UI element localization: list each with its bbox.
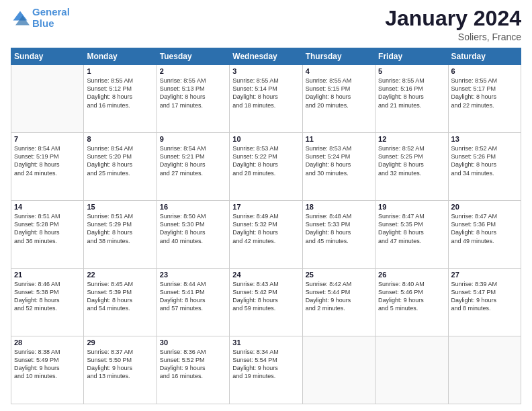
calendar-cell: 3Sunrise: 8:55 AM Sunset: 5:14 PM Daylig… [230,65,302,133]
day-info: Sunrise: 8:47 AM Sunset: 5:35 PM Dayligh… [378,212,445,245]
day-number: 9 [160,135,226,143]
calendar-week-5: 28Sunrise: 8:38 AM Sunset: 5:49 PM Dayli… [11,336,521,404]
calendar-cell: 1Sunrise: 8:55 AM Sunset: 5:12 PM Daylig… [84,65,157,133]
col-tuesday: Tuesday [157,48,229,65]
day-number: 3 [232,67,299,75]
day-info: Sunrise: 8:43 AM Sunset: 5:42 PM Dayligh… [232,280,299,313]
day-number: 25 [306,271,372,279]
calendar-cell [448,336,521,404]
calendar-cell: 18Sunrise: 8:48 AM Sunset: 5:33 PM Dayli… [302,201,375,269]
col-thursday: Thursday [302,48,375,65]
day-number: 11 [306,135,372,143]
calendar-cell: 31Sunrise: 8:34 AM Sunset: 5:54 PM Dayli… [230,336,302,404]
col-sunday: Sunday [11,48,84,65]
subtitle: Soliers, France [385,32,521,42]
calendar-table: Sunday Monday Tuesday Wednesday Thursday… [11,48,521,404]
day-number: 22 [87,271,153,279]
calendar-cell: 17Sunrise: 8:49 AM Sunset: 5:32 PM Dayli… [230,201,302,269]
calendar-cell: 24Sunrise: 8:43 AM Sunset: 5:42 PM Dayli… [230,269,302,336]
day-info: Sunrise: 8:46 AM Sunset: 5:38 PM Dayligh… [14,280,81,313]
calendar-cell: 4Sunrise: 8:55 AM Sunset: 5:15 PM Daylig… [302,65,375,133]
logo-text: General Blue [32,7,70,29]
day-info: Sunrise: 8:50 AM Sunset: 5:30 PM Dayligh… [160,212,226,245]
col-saturday: Saturday [448,48,521,65]
col-monday: Monday [84,48,157,65]
title-area: January 2024 Soliers, France [385,7,521,42]
day-number: 12 [378,135,445,143]
day-number: 29 [87,338,153,347]
day-info: Sunrise: 8:45 AM Sunset: 5:39 PM Dayligh… [87,280,153,313]
calendar-cell: 20Sunrise: 8:47 AM Sunset: 5:36 PM Dayli… [448,201,521,269]
calendar-cell: 7Sunrise: 8:54 AM Sunset: 5:19 PM Daylig… [11,133,84,201]
logo-icon [11,9,30,28]
day-info: Sunrise: 8:53 AM Sunset: 5:22 PM Dayligh… [232,144,299,177]
calendar-cell [11,65,84,133]
calendar-week-2: 7Sunrise: 8:54 AM Sunset: 5:19 PM Daylig… [11,133,521,201]
day-info: Sunrise: 8:38 AM Sunset: 5:49 PM Dayligh… [14,348,81,381]
day-info: Sunrise: 8:55 AM Sunset: 5:17 PM Dayligh… [451,77,518,109]
calendar-cell [375,336,448,404]
calendar-cell: 29Sunrise: 8:37 AM Sunset: 5:50 PM Dayli… [84,336,157,404]
calendar-cell: 9Sunrise: 8:54 AM Sunset: 5:21 PM Daylig… [157,133,229,201]
day-info: Sunrise: 8:52 AM Sunset: 5:26 PM Dayligh… [451,144,518,177]
day-number: 10 [232,135,299,143]
day-info: Sunrise: 8:55 AM Sunset: 5:13 PM Dayligh… [160,77,226,109]
day-info: Sunrise: 8:47 AM Sunset: 5:36 PM Dayligh… [451,212,518,245]
day-number: 28 [14,338,81,347]
day-number: 2 [160,67,226,75]
day-info: Sunrise: 8:54 AM Sunset: 5:20 PM Dayligh… [87,144,153,177]
day-info: Sunrise: 8:52 AM Sunset: 5:25 PM Dayligh… [378,144,445,177]
day-number: 31 [232,338,299,347]
page: General Blue January 2024 Soliers, Franc… [0,0,532,411]
day-info: Sunrise: 8:54 AM Sunset: 5:21 PM Dayligh… [160,144,226,177]
col-wednesday: Wednesday [230,48,302,65]
day-info: Sunrise: 8:55 AM Sunset: 5:12 PM Dayligh… [87,77,153,109]
calendar-cell: 10Sunrise: 8:53 AM Sunset: 5:22 PM Dayli… [230,133,302,201]
day-number: 14 [14,203,81,211]
calendar-cell: 25Sunrise: 8:42 AM Sunset: 5:44 PM Dayli… [302,269,375,336]
calendar-cell: 23Sunrise: 8:44 AM Sunset: 5:41 PM Dayli… [157,269,229,336]
col-friday: Friday [375,48,448,65]
day-number: 30 [160,338,226,347]
day-number: 17 [232,203,299,211]
day-info: Sunrise: 8:44 AM Sunset: 5:41 PM Dayligh… [160,280,226,313]
day-number: 1 [87,67,153,75]
day-info: Sunrise: 8:55 AM Sunset: 5:14 PM Dayligh… [232,77,299,109]
day-number: 26 [378,271,445,279]
day-number: 13 [451,135,518,143]
day-number: 4 [306,67,372,75]
day-info: Sunrise: 8:37 AM Sunset: 5:50 PM Dayligh… [87,348,153,381]
calendar-header-row: Sunday Monday Tuesday Wednesday Thursday… [11,48,521,65]
day-info: Sunrise: 8:34 AM Sunset: 5:54 PM Dayligh… [232,348,299,381]
header: General Blue January 2024 Soliers, Franc… [11,7,521,42]
day-number: 16 [160,203,226,211]
calendar-cell: 22Sunrise: 8:45 AM Sunset: 5:39 PM Dayli… [84,269,157,336]
calendar-cell: 11Sunrise: 8:53 AM Sunset: 5:24 PM Dayli… [302,133,375,201]
day-number: 23 [160,271,226,279]
calendar-cell: 16Sunrise: 8:50 AM Sunset: 5:30 PM Dayli… [157,201,229,269]
day-info: Sunrise: 8:51 AM Sunset: 5:29 PM Dayligh… [87,212,153,245]
calendar-cell: 15Sunrise: 8:51 AM Sunset: 5:29 PM Dayli… [84,201,157,269]
day-info: Sunrise: 8:48 AM Sunset: 5:33 PM Dayligh… [306,212,372,245]
calendar-cell: 21Sunrise: 8:46 AM Sunset: 5:38 PM Dayli… [11,269,84,336]
day-number: 20 [451,203,518,211]
main-title: January 2024 [385,7,521,30]
day-info: Sunrise: 8:54 AM Sunset: 5:19 PM Dayligh… [14,144,81,177]
calendar-cell: 8Sunrise: 8:54 AM Sunset: 5:20 PM Daylig… [84,133,157,201]
calendar-cell: 27Sunrise: 8:39 AM Sunset: 5:47 PM Dayli… [448,269,521,336]
day-number: 5 [378,67,445,75]
calendar-cell: 5Sunrise: 8:55 AM Sunset: 5:16 PM Daylig… [375,65,448,133]
day-number: 8 [87,135,153,143]
calendar-cell: 19Sunrise: 8:47 AM Sunset: 5:35 PM Dayli… [375,201,448,269]
day-number: 6 [451,67,518,75]
day-number: 21 [14,271,81,279]
calendar-week-4: 21Sunrise: 8:46 AM Sunset: 5:38 PM Dayli… [11,269,521,336]
day-info: Sunrise: 8:39 AM Sunset: 5:47 PM Dayligh… [451,280,518,313]
day-info: Sunrise: 8:55 AM Sunset: 5:16 PM Dayligh… [378,77,445,109]
calendar-cell: 13Sunrise: 8:52 AM Sunset: 5:26 PM Dayli… [448,133,521,201]
day-info: Sunrise: 8:36 AM Sunset: 5:52 PM Dayligh… [160,348,226,381]
day-number: 27 [451,271,518,279]
day-number: 15 [87,203,153,211]
calendar-cell: 26Sunrise: 8:40 AM Sunset: 5:46 PM Dayli… [375,269,448,336]
day-info: Sunrise: 8:42 AM Sunset: 5:44 PM Dayligh… [306,280,372,313]
